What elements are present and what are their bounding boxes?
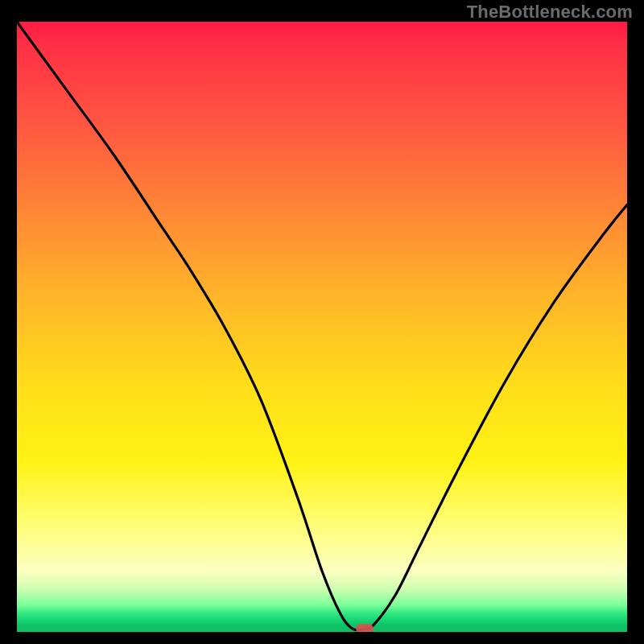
bottleneck-curve [17, 22, 627, 632]
chart-container: TheBottleneck.com [0, 0, 644, 644]
watermark-text: TheBottleneck.com [467, 2, 633, 23]
optimal-point-marker [356, 624, 374, 632]
plot-area [17, 22, 627, 632]
